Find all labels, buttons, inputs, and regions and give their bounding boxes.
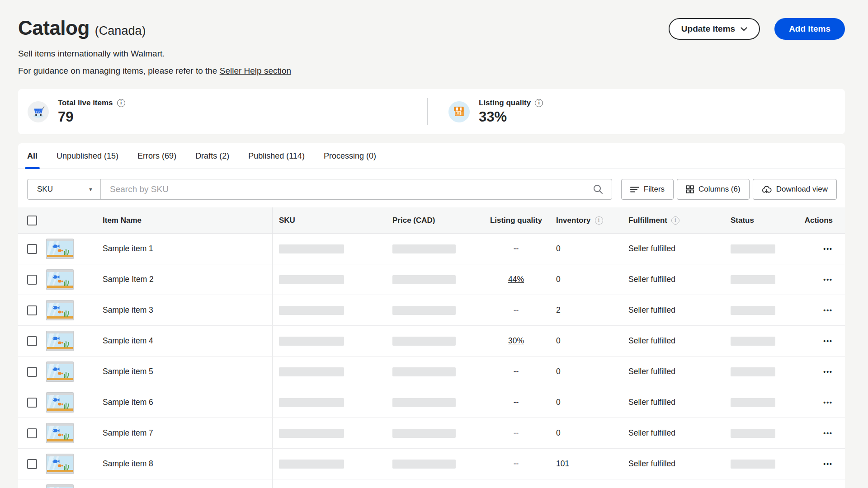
listing-quality-value: -- [514,398,519,407]
sku-placeholder-bar [279,306,344,315]
table-row: Sample Item 2 44% 0 Seller fulfilled ••• [18,264,845,295]
filters-label: Filters [644,185,665,194]
header-actions: Update items Add items [669,18,845,40]
status-placeholder-bar [731,337,775,346]
header-listing-quality: Listing quality [486,207,547,233]
guidance-line: For guidance on managing items, please r… [18,66,291,76]
header-price: Price (CAD) [386,207,486,233]
tab-published[interactable]: Published (114) [248,143,305,169]
item-name: Sample item 5 [90,357,272,387]
row-checkbox[interactable] [27,305,37,315]
filters-button[interactable]: Filters [621,179,674,200]
item-name: Sample Item 2 [90,264,272,295]
more-actions-icon[interactable]: ••• [823,276,833,283]
page-region: (Canada) [95,24,146,38]
search-icon[interactable] [593,184,604,195]
header-actions: Actions [801,207,845,233]
info-icon[interactable]: i [671,216,679,225]
more-actions-icon[interactable]: ••• [823,460,833,468]
status-placeholder-bar [731,398,775,407]
catalog-page: Catalog(Canada) Sell items international… [0,0,868,488]
tab-errors[interactable]: Errors (69) [137,143,176,169]
item-name: Sample item 8 [90,449,272,479]
row-checkbox[interactable] [27,459,37,469]
stat-text: Total live items i 79 [58,99,125,125]
item-thumbnail [46,484,74,488]
download-view-label: Download view [776,185,828,194]
more-actions-icon[interactable]: ••• [823,307,833,314]
add-items-button[interactable]: Add items [774,18,845,40]
tab-bar: All Unpublished (15) Errors (69) Drafts … [18,143,845,169]
sku-placeholder-bar [279,337,344,346]
search-field-selector[interactable]: SKU ▼ [28,179,101,199]
table-row: Sample item 5 -- 0 Seller fulfilled ••• [18,357,845,387]
page-subtitle: Sell items internationally with Walmart. [18,49,291,59]
tab-processing[interactable]: Processing (0) [324,143,376,169]
search-input[interactable] [101,179,593,199]
inventory-value: 101 [547,449,608,479]
info-icon[interactable]: i [535,99,543,107]
listing-quality-value: -- [514,305,519,315]
item-name: Sample item 6 [90,387,272,418]
download-view-button[interactable]: Download view [753,179,837,200]
status-placeholder-bar [731,367,775,376]
item-thumbnail [46,361,74,382]
table-row: Sample item 3 -- 2 Seller fulfilled ••• [18,295,845,326]
page-title-row: Catalog(Canada) [18,16,291,42]
tab-drafts[interactable]: Drafts (2) [195,143,229,169]
fulfillment-value [608,479,693,488]
more-actions-icon[interactable]: ••• [823,430,833,437]
more-actions-icon[interactable]: ••• [823,368,833,375]
inventory-value [547,479,608,488]
sku-placeholder-bar [279,398,344,407]
header-select-all [18,207,45,233]
inventory-value: 0 [547,234,608,264]
chevron-down-icon [741,27,747,31]
info-icon[interactable]: i [117,99,125,107]
price-placeholder-bar [392,244,456,253]
stat-value: 79 [58,109,125,125]
item-thumbnail [46,392,74,413]
search-field-selected: SKU [37,185,53,194]
row-checkbox[interactable] [27,336,37,346]
stat-text: Listing quality i 33% [479,99,543,125]
row-checkbox[interactable] [27,398,37,408]
tab-unpublished[interactable]: Unpublished (15) [57,143,118,169]
more-actions-icon[interactable]: ••• [823,338,833,345]
stat-listing-quality: Listing quality i 33% [428,99,543,125]
header-inventory: Inventoryi [547,207,608,233]
update-items-button[interactable]: Update items [669,18,760,40]
status-placeholder-bar [731,306,775,315]
item-thumbnail [46,300,74,320]
catalog-card: All Unpublished (15) Errors (69) Drafts … [18,143,845,488]
search-box: SKU ▼ [27,179,612,200]
item-thumbnail [46,423,74,443]
listing-quality-value[interactable]: 30% [508,336,524,346]
more-actions-icon[interactable]: ••• [823,399,833,406]
more-actions-icon[interactable]: ••• [823,245,833,253]
stats-card: Total live items i 79 [18,89,845,134]
cart-icon [28,101,49,122]
update-items-label: Update items [681,24,735,34]
inventory-value: 0 [547,418,608,448]
listing-quality-value: -- [514,244,519,253]
item-thumbnail [46,239,74,259]
row-checkbox[interactable] [27,367,37,377]
header-thumb-spacer [45,207,90,233]
page-header: Catalog(Canada) Sell items international… [18,16,845,76]
item-thumbnail [46,331,74,351]
items-table: Item Name SKU Price (CAD) Listing qualit… [18,207,845,488]
row-checkbox[interactable] [27,275,37,285]
seller-help-link[interactable]: Seller Help section [220,66,291,75]
price-placeholder-bar [392,429,456,438]
select-all-checkbox[interactable] [27,216,37,225]
price-placeholder-bar [392,337,456,346]
tab-all[interactable]: All [27,143,38,169]
info-icon[interactable]: i [595,216,603,225]
row-checkbox[interactable] [27,428,37,438]
stat-label: Total live items [58,99,113,108]
table-row: Sample item 4 30% 0 Seller fulfilled ••• [18,326,845,357]
listing-quality-value[interactable]: 44% [508,275,524,284]
row-checkbox[interactable] [27,244,37,254]
columns-button[interactable]: Columns (6) [677,179,750,200]
